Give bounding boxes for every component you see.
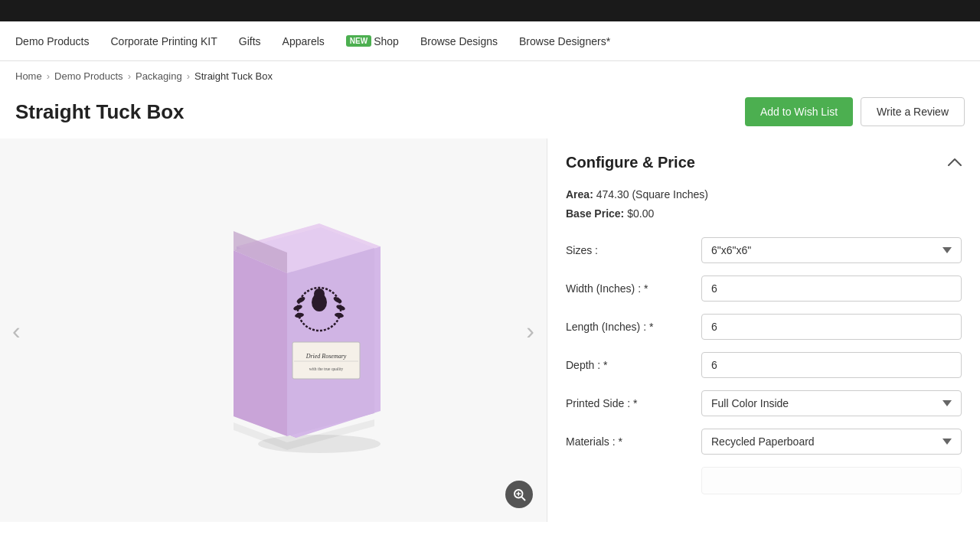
main-content: ‹ bbox=[0, 139, 980, 522]
breadcrumb-current: Straight Tuck Box bbox=[194, 70, 273, 82]
add-to-wish-list-button[interactable]: Add to Wish List bbox=[745, 97, 853, 126]
field-row-length: Length (Inches) : * bbox=[566, 314, 962, 340]
configure-panel: Configure & Price Area: 474.30 (Square I… bbox=[547, 139, 980, 522]
field-row-placeholder bbox=[566, 467, 962, 494]
configure-collapse-button[interactable] bbox=[948, 155, 962, 171]
product-image-area: ‹ bbox=[0, 139, 547, 522]
nav-apparels[interactable]: Apparels bbox=[283, 35, 325, 47]
new-badge: NEW bbox=[346, 35, 371, 47]
nav-browse-designers[interactable]: Browse Designers* bbox=[519, 35, 610, 47]
svg-text:Dried Rosemary: Dried Rosemary bbox=[305, 353, 347, 360]
configure-title: Configure & Price bbox=[566, 154, 695, 171]
header-buttons: Add to Wish List Write a Review bbox=[745, 97, 965, 126]
breadcrumb-packaging[interactable]: Packaging bbox=[136, 70, 182, 82]
main-nav: Demo Products Corporate Printing KIT Gif… bbox=[0, 21, 980, 61]
field-row-sizes: Sizes : 6"x6"x6" 4"x4"x4" 8"x8"x8" Custo… bbox=[566, 237, 962, 263]
svg-marker-5 bbox=[234, 250, 287, 436]
printed-side-select[interactable]: Full Color Inside Full Color Outside Bot… bbox=[701, 390, 962, 416]
sizes-label: Sizes : bbox=[566, 244, 692, 256]
breadcrumb-sep-2: › bbox=[128, 70, 131, 82]
nav-browse-designs[interactable]: Browse Designs bbox=[420, 35, 498, 47]
breadcrumb-sep-3: › bbox=[187, 70, 190, 82]
width-label: Width (Inches) : * bbox=[566, 282, 692, 295]
page-title: Straight Tuck Box bbox=[15, 100, 185, 124]
area-info: Area: 474.30 (Square Inches) Base Price:… bbox=[566, 185, 962, 223]
page-header: Straight Tuck Box Add to Wish List Write… bbox=[0, 91, 980, 139]
carousel-prev-button[interactable]: ‹ bbox=[12, 316, 21, 344]
carousel-next-button[interactable]: › bbox=[526, 316, 534, 344]
depth-label: Depth : * bbox=[566, 359, 692, 371]
materials-label: Materials : * bbox=[566, 435, 692, 448]
svg-point-21 bbox=[314, 289, 325, 299]
width-input[interactable] bbox=[701, 276, 962, 302]
materials-select[interactable]: Recycled Paperboard Kraft White SBS Corr… bbox=[701, 429, 962, 455]
nav-gifts[interactable]: Gifts bbox=[239, 35, 261, 47]
breadcrumb-demo-products[interactable]: Demo Products bbox=[54, 70, 123, 82]
nav-new-shop[interactable]: NEWShop bbox=[346, 35, 399, 47]
field-row-printed-side: Printed Side : * Full Color Inside Full … bbox=[566, 390, 962, 416]
breadcrumb-sep-1: › bbox=[47, 70, 50, 82]
nav-corporate-printing[interactable]: Corporate Printing KIT bbox=[110, 35, 217, 47]
length-label: Length (Inches) : * bbox=[566, 321, 692, 333]
product-image: Dried Rosemary with the true quality bbox=[0, 139, 547, 522]
sizes-select[interactable]: 6"x6"x6" 4"x4"x4" 8"x8"x8" Custom bbox=[701, 237, 962, 263]
nav-demo-products[interactable]: Demo Products bbox=[15, 35, 89, 47]
field-row-depth: Depth : * bbox=[566, 352, 962, 378]
write-review-button[interactable]: Write a Review bbox=[861, 97, 965, 126]
base-price-text: Base Price: $0.00 bbox=[566, 204, 962, 223]
printed-side-label: Printed Side : * bbox=[566, 397, 692, 409]
field-row-width: Width (Inches) : * bbox=[566, 276, 962, 302]
svg-rect-9 bbox=[292, 342, 360, 379]
breadcrumb: Home › Demo Products › Packaging › Strai… bbox=[0, 61, 980, 91]
top-bar bbox=[0, 0, 980, 21]
area-text: Area: 474.30 (Square Inches) bbox=[566, 185, 962, 204]
length-input[interactable] bbox=[701, 314, 962, 340]
field-row-materials: Materials : * Recycled Paperboard Kraft … bbox=[566, 429, 962, 455]
svg-text:with the true quality: with the true quality bbox=[309, 367, 344, 371]
breadcrumb-home[interactable]: Home bbox=[15, 70, 42, 82]
svg-line-24 bbox=[521, 497, 524, 500]
depth-input[interactable] bbox=[701, 352, 962, 378]
configure-header: Configure & Price bbox=[566, 154, 962, 171]
